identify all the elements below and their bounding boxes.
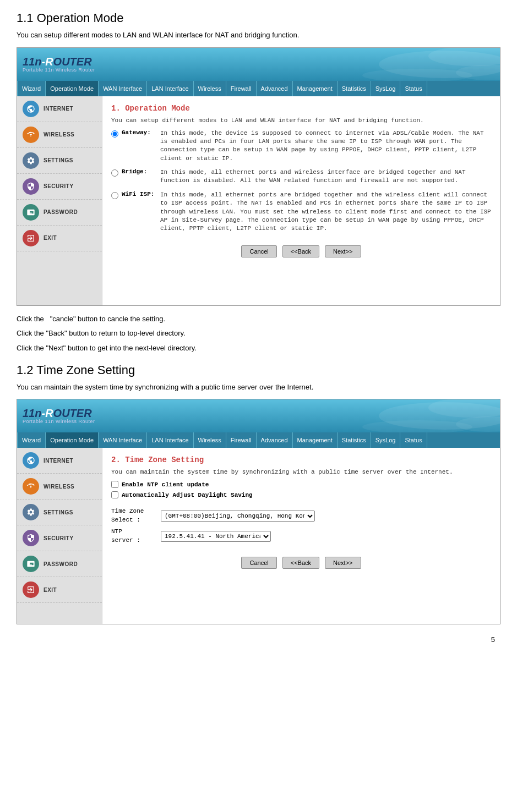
nav-status-1[interactable]: Status xyxy=(400,81,427,96)
sidebar-2: INTERNET WIRELESS SETTINGS xyxy=(17,448,102,624)
nav-advanced-2[interactable]: Advanced xyxy=(257,432,293,448)
router-frame-2: 11n-ROUTER Portable 11n Wireless Router … xyxy=(17,399,500,624)
nav-wan-2[interactable]: WAN Interface xyxy=(99,432,147,448)
click-instruction-1: Click the "cancle" button to cancle the … xyxy=(17,314,500,325)
header-wave-2 xyxy=(280,399,500,432)
click-instruction-2: Click the "Back" button to return to top… xyxy=(17,328,500,339)
nav-bar-1: Wizard Operation Mode WAN Interface LAN … xyxy=(17,81,500,96)
header-wave-1 xyxy=(280,48,500,81)
security-icon xyxy=(23,178,39,195)
nav-management-1[interactable]: Management xyxy=(293,81,338,96)
nav-wireless-1[interactable]: Wireless xyxy=(194,81,226,96)
nav-wizard-2[interactable]: Wizard xyxy=(17,432,46,448)
sidebar-label-security-1: SECURITY xyxy=(43,183,74,189)
router-body-2: INTERNET WIRELESS SETTINGS xyxy=(17,448,500,624)
section1-title: 1.1 Operation Mode xyxy=(17,11,500,25)
mode-wifiisp-radio[interactable] xyxy=(111,192,118,199)
exit-icon-2 xyxy=(23,581,39,598)
mode-gateway-radio[interactable] xyxy=(111,130,118,138)
sidebar-item-exit-2[interactable]: EXIT xyxy=(17,577,102,603)
sidebar-item-security-1[interactable]: SECURITY xyxy=(17,174,102,200)
next-button-2[interactable]: Next>> xyxy=(325,557,361,569)
click-instruction-3: Click the "Next" button to get into the … xyxy=(17,343,500,354)
daylight-saving-label: Automatically Adjust Daylight Saving xyxy=(122,492,253,498)
nav-wireless-2[interactable]: Wireless xyxy=(194,432,226,448)
nav-lan-1[interactable]: LAN Interface xyxy=(147,81,193,96)
main-title-2: 2. Time Zone Setting xyxy=(111,456,491,464)
sidebar-label-settings-1: SETTINGS xyxy=(43,157,73,163)
sidebar-item-internet-1[interactable]: INTERNET xyxy=(17,96,102,122)
nav-wizard-1[interactable]: Wizard xyxy=(17,81,46,96)
settings-icon-2 xyxy=(23,504,39,520)
main-desc-2: You can maintain the system time by sync… xyxy=(111,469,491,475)
sidebar-label-wireless-1: WIRELESS xyxy=(43,131,74,138)
nav-statistics-1[interactable]: Statistics xyxy=(338,81,371,96)
main-desc-1: You can setup different modes to LAN and… xyxy=(111,117,491,124)
section2-desc: You can maintain the system time by sync… xyxy=(17,382,500,393)
sidebar-item-internet-2[interactable]: INTERNET xyxy=(17,448,102,474)
nav-status-2[interactable]: Status xyxy=(400,432,427,448)
logo-sub-1: Portable 11n Wireless Router xyxy=(23,67,95,73)
nav-wan-1[interactable]: WAN Interface xyxy=(99,81,147,96)
nav-firewall-2[interactable]: Firewall xyxy=(226,432,257,448)
ntp-option-1-row: Enable NTP client update xyxy=(111,481,491,488)
next-button-1[interactable]: Next>> xyxy=(325,245,361,257)
sidebar-item-wireless-2[interactable]: WIRELESS xyxy=(17,474,102,500)
nav-statistics-2[interactable]: Statistics xyxy=(338,432,371,448)
sidebar-item-exit-1[interactable]: EXIT xyxy=(17,226,102,251)
mode-wifiisp-row: WiFi ISP: In this mode, all ethernet por… xyxy=(111,191,491,233)
router-header-1: 11n-ROUTER Portable 11n Wireless Router xyxy=(17,48,500,81)
router-logo-2: 11n-ROUTER Portable 11n Wireless Router xyxy=(23,408,95,424)
nav-operation-mode-1[interactable]: Operation Mode xyxy=(46,81,99,96)
ntp-enable-checkbox[interactable] xyxy=(111,481,118,488)
router-logo-1: 11n-ROUTER Portable 11n Wireless Router xyxy=(23,56,95,73)
mode-gateway-desc: In this mode, the device is supposed to … xyxy=(160,129,491,163)
sidebar-item-settings-1[interactable]: SETTINGS xyxy=(17,148,102,174)
router-body-1: INTERNET WIRELESS SETTINGS xyxy=(17,96,500,305)
back-button-1[interactable]: <<Back xyxy=(282,245,319,257)
back-button-2[interactable]: <<Back xyxy=(282,557,319,569)
mode-wifiisp-label: WiFi ISP: xyxy=(122,191,160,197)
sidebar-item-password-2[interactable]: PASSWORD xyxy=(17,551,102,577)
page-content: 1.1 Operation Mode You can setup differe… xyxy=(0,0,517,655)
mode-bridge-desc: In this mode, all ethernet ports and wir… xyxy=(160,168,491,185)
logo-sub-2: Portable 11n Wireless Router xyxy=(23,419,95,424)
nav-operation-mode-2[interactable]: Operation Mode xyxy=(46,432,99,448)
sidebar-label-wireless-2: WIRELESS xyxy=(43,484,74,490)
timezone-label-line2: Select : xyxy=(111,517,140,523)
mode-bridge-radio[interactable] xyxy=(111,169,118,177)
timezone-select[interactable]: (GMT+08:00)Beijing, Chongqing, Hong Kong… xyxy=(161,511,315,522)
ntpserver-form-row: NTP server : 192.5.41.41 - North America xyxy=(111,528,491,545)
mode-gateway-row: Gateway: In this mode, the device is sup… xyxy=(111,129,491,163)
sidebar-label-settings-2: SETTINGS xyxy=(43,509,73,515)
nav-management-2[interactable]: Management xyxy=(293,432,338,448)
ntp-option-2-row: Automatically Adjust Daylight Saving xyxy=(111,491,491,498)
settings-icon xyxy=(23,152,39,169)
main-content-1: 1. Operation Mode You can setup differen… xyxy=(102,96,500,305)
sidebar-label-internet-2: INTERNET xyxy=(43,458,73,464)
sidebar-item-security-2[interactable]: SECURITY xyxy=(17,525,102,551)
cancel-button-2[interactable]: Cancel xyxy=(241,557,276,569)
mode-wifiisp-desc: In this mode, all ethernet ports are bri… xyxy=(160,191,491,233)
ntpserver-select[interactable]: 192.5.41.41 - North America xyxy=(161,531,271,542)
nav-advanced-1[interactable]: Advanced xyxy=(257,81,293,96)
cancel-button-1[interactable]: Cancel xyxy=(241,245,276,257)
sidebar-item-wireless-1[interactable]: WIRELESS xyxy=(17,122,102,148)
logo-brand-1: 11n-ROUTER xyxy=(23,56,95,67)
nav-syslog-2[interactable]: SysLog xyxy=(371,432,401,448)
wireless-icon-2 xyxy=(23,478,39,495)
nav-lan-2[interactable]: LAN Interface xyxy=(147,432,193,448)
daylight-saving-checkbox[interactable] xyxy=(111,491,118,498)
sidebar-label-internet-1: INTERNET xyxy=(43,106,73,112)
section2-title: 1.2 Time Zone Setting xyxy=(17,363,500,377)
timezone-label-line1: Time Zone xyxy=(111,508,144,514)
page-number: 5 xyxy=(17,635,500,644)
globe-icon-2 xyxy=(23,452,39,469)
sidebar-1: INTERNET WIRELESS SETTINGS xyxy=(17,96,102,305)
sidebar-item-settings-2[interactable]: SETTINGS xyxy=(17,500,102,525)
nav-firewall-1[interactable]: Firewall xyxy=(226,81,257,96)
nav-syslog-1[interactable]: SysLog xyxy=(371,81,401,96)
main-content-2: 2. Time Zone Setting You can maintain th… xyxy=(102,448,500,624)
sidebar-item-password-1[interactable]: PASSWORD xyxy=(17,200,102,226)
button-row-1: Cancel <<Back Next>> xyxy=(111,241,491,257)
